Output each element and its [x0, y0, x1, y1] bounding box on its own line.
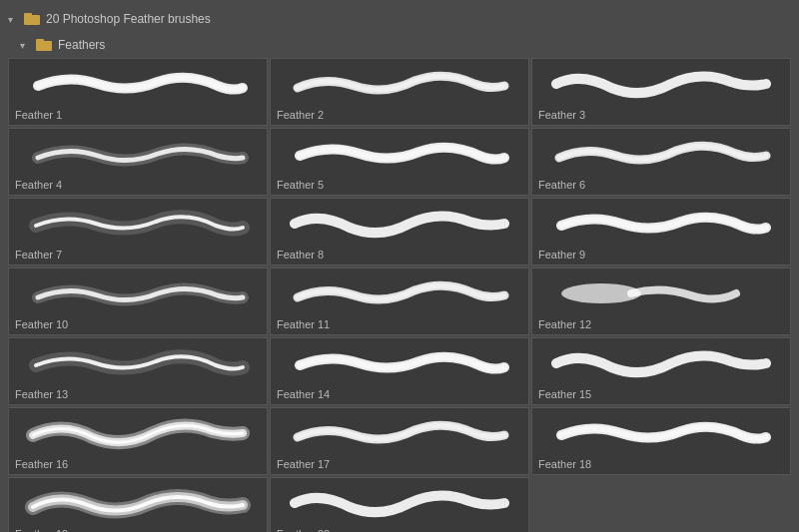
top-header: ▾ 20 Photoshop Feather brushes [6, 8, 793, 30]
brush-label-11: Feather 11 [277, 316, 522, 330]
brush-cell-4[interactable]: Feather 4 [8, 128, 268, 196]
brush-preview-4 [15, 135, 261, 173]
brush-cell-16[interactable]: Feather 16 [8, 407, 268, 475]
brush-label-2: Feather 2 [277, 107, 522, 121]
brush-label-12: Feather 12 [538, 316, 784, 330]
brush-label-10: Feather 10 [15, 316, 261, 330]
brush-preview-11 [277, 274, 522, 312]
brush-cell-13[interactable]: Feather 13 [8, 337, 268, 405]
brush-cell-8[interactable]: Feather 8 [270, 198, 529, 266]
brush-cell-18[interactable]: Feather 18 [531, 407, 791, 475]
sub-header: ▾ Feathers [6, 34, 793, 58]
top-chevron[interactable]: ▾ [8, 14, 18, 24]
brush-preview-13 [15, 344, 261, 382]
brush-label-7: Feather 7 [15, 247, 261, 261]
brush-preview-3 [538, 65, 784, 103]
subfolder-title: Feathers [58, 38, 105, 52]
brush-label-14: Feather 14 [277, 386, 522, 400]
panel-title: 20 Photoshop Feather brushes [46, 12, 211, 26]
brush-cell-3[interactable]: Feather 3 [531, 58, 791, 126]
brush-label-3: Feather 3 [538, 107, 784, 121]
brush-preview-2 [277, 65, 522, 103]
brush-cell-9[interactable]: Feather 9 [531, 198, 791, 266]
sub-chevron[interactable]: ▾ [20, 40, 30, 50]
brush-cell-11[interactable]: Feather 11 [270, 267, 529, 335]
brush-cell-7[interactable]: Feather 7 [8, 198, 268, 266]
brush-cell-2[interactable]: Feather 2 [270, 58, 529, 126]
brush-cell-14[interactable]: Feather 14 [270, 337, 529, 405]
brush-preview-5 [277, 135, 522, 173]
brush-label-16: Feather 16 [15, 456, 261, 470]
brush-preview-10 [15, 274, 261, 312]
brush-grid: Feather 1 Feather 2 Feather 3 Feather 4 … [6, 58, 793, 532]
brush-label-6: Feather 6 [538, 177, 784, 191]
brush-preview-9 [538, 205, 784, 243]
brush-preview-16 [15, 414, 261, 452]
brush-label-9: Feather 9 [538, 247, 784, 261]
brush-label-1: Feather 1 [15, 107, 261, 121]
brush-cell-10[interactable]: Feather 10 [8, 267, 268, 335]
top-folder-icon [24, 13, 40, 25]
brush-preview-18 [538, 414, 784, 452]
brush-label-17: Feather 17 [277, 456, 522, 470]
brush-label-18: Feather 18 [538, 456, 784, 470]
brush-preview-1 [15, 65, 261, 103]
brush-label-19: Feather 19 [15, 526, 261, 532]
brush-label-15: Feather 15 [538, 386, 784, 400]
brush-label-8: Feather 8 [277, 247, 522, 261]
brush-preview-7 [15, 205, 261, 243]
brush-preview-6 [538, 135, 784, 173]
brushes-panel: ▾ 20 Photoshop Feather brushes ▾ Feather… [0, 0, 799, 532]
brush-cell-6[interactable]: Feather 6 [531, 128, 791, 196]
brush-label-4: Feather 4 [15, 177, 261, 191]
brush-preview-14 [277, 344, 522, 382]
brush-preview-12 [538, 274, 784, 312]
brush-preview-19 [15, 484, 261, 522]
brush-preview-17 [277, 414, 522, 452]
brush-label-13: Feather 13 [15, 386, 261, 400]
brush-cell-1[interactable]: Feather 1 [8, 58, 268, 126]
brush-label-5: Feather 5 [277, 177, 522, 191]
sub-folder-icon [36, 39, 52, 51]
brush-cell-5[interactable]: Feather 5 [270, 128, 529, 196]
brush-preview-8 [277, 205, 522, 243]
brush-cell-19[interactable]: Feather 19 [8, 477, 268, 532]
brush-label-20: Feather 20 [277, 526, 522, 532]
brush-preview-20 [277, 484, 522, 522]
brush-cell-15[interactable]: Feather 15 [531, 337, 791, 405]
brush-cell-20[interactable]: Feather 20 [270, 477, 529, 532]
brush-cell-12[interactable]: Feather 12 [531, 267, 791, 335]
brush-preview-15 [538, 344, 784, 382]
brush-cell-17[interactable]: Feather 17 [270, 407, 529, 475]
